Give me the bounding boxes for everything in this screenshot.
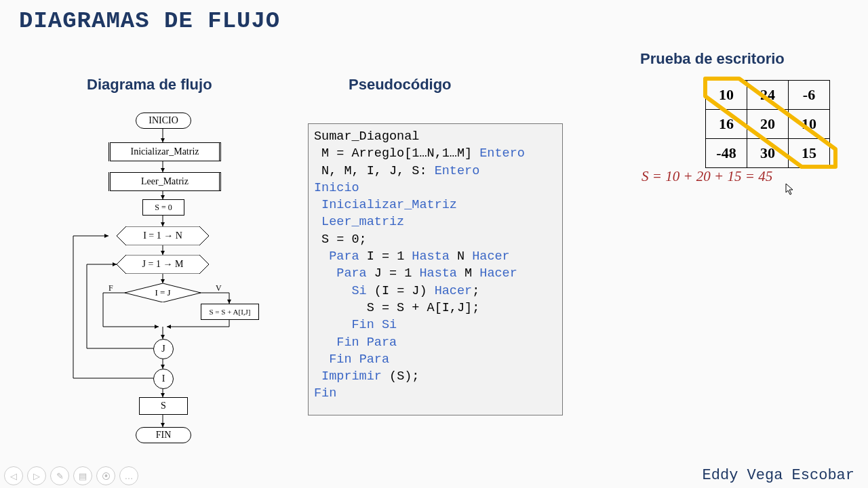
flowchart-diagram: INICIO Inicializar_Matriz Leer_Matriz S … [41,108,285,461]
matrix-cell: 30 [747,139,789,168]
matrix-cell: -48 [706,139,747,168]
flow-node-assign: S = S + A[I,J] [201,304,259,320]
flow-node-loop-i: I = 1 → N [117,226,209,245]
flow-node-init-matrix: Inicializar_Matriz [108,142,221,161]
matrix-cell: 15 [789,139,830,168]
presentation-toolbar: ◁ ▷ ✎ ▤ ⦿ … [4,466,138,485]
flow-label-true: V [216,283,222,293]
flow-node-decision-label: I = J [125,283,201,302]
flow-node-output-s: S [139,397,188,415]
pseudocode-column-title: Pseudocódigo [349,76,452,94]
desk-check-matrix: 10 24 -6 16 20 10 -48 30 15 [705,80,830,168]
flow-node-decision: I = J [125,283,201,302]
matrix-cell: 20 [747,110,789,139]
desk-check-title: Prueba de escritorio [640,50,785,68]
flow-node-connector-i: I [153,369,174,389]
flow-node-loop-i-label: I = 1 → N [117,226,209,245]
matrix-cell: 24 [747,81,789,110]
flowchart-column-title: Diagrama de flujo [87,76,212,94]
pseudocode-box: Sumar_Diagonal M = Arreglo[1…N,1…M] Ente… [308,123,563,415]
matrix-cell: 10 [706,81,747,110]
matrix-cell: 10 [789,110,830,139]
next-slide-button[interactable]: ▷ [27,466,46,485]
author-credit: Eddy Vega Escobar [703,467,854,484]
prev-slide-button[interactable]: ◁ [4,466,23,485]
flow-node-connector-j: J [153,339,174,359]
flow-node-read-matrix: Leer_Matriz [108,172,221,191]
flow-node-inicio: INICIO [136,113,191,129]
flow-node-s-zero: S = 0 [142,199,184,216]
flow-node-loop-j-label: J = 1 → M [117,255,209,274]
flow-node-loop-j: J = 1 → M [117,255,209,274]
matrix-cell: -6 [789,81,830,110]
pen-tool-button[interactable]: ✎ [50,466,69,485]
zoom-button[interactable]: ⦿ [96,466,115,485]
cursor-icon [785,183,795,197]
matrix-cell: 16 [706,110,747,139]
flow-label-false: F [108,283,113,293]
flow-node-fin: FIN [136,427,191,443]
pseudo-line-1: Sumar_Diagonal [314,129,419,144]
page-main-title: DIAGRAMAS DE FLUJO [19,8,280,34]
slide-thumbnails-button[interactable]: ▤ [73,466,92,485]
desk-check-sum-equation: S = 10 + 20 + 15 = 45 [642,168,772,185]
more-options-button[interactable]: … [119,466,138,485]
